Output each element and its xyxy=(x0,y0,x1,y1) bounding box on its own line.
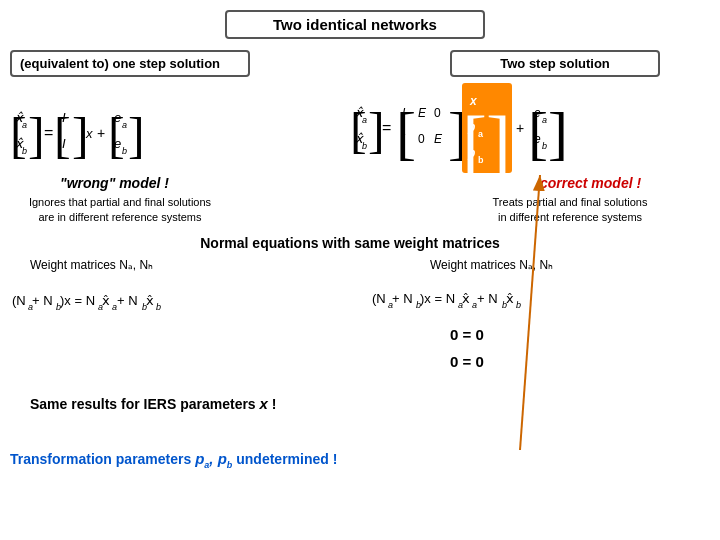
weight-right: Weight matrices Nₐ, Nₕ xyxy=(430,258,553,272)
transform-params-label: Transformation parameters pa, pb undeter… xyxy=(10,450,337,470)
svg-text:(N: (N xyxy=(372,291,386,306)
svg-text:b: b xyxy=(516,300,521,310)
normal-eq-title: Normal equations with same weight matric… xyxy=(160,235,540,251)
svg-text:+ N: + N xyxy=(117,293,138,308)
svg-text:[: [ xyxy=(528,100,548,166)
svg-text:0: 0 xyxy=(418,132,425,146)
svg-text:+ N: + N xyxy=(477,291,498,306)
left-label-box: (equivalent to) one step solution xyxy=(10,50,250,77)
svg-text:[: [ xyxy=(462,100,487,183)
left-label-text: (equivalent to) one step solution xyxy=(20,56,220,71)
title-box: Two identical networks xyxy=(225,10,485,39)
svg-text:(N: (N xyxy=(12,293,26,308)
svg-text:b: b xyxy=(156,302,161,312)
right-math-area: x̂ a x̂ b [ ] = I E 0 I 0 E [ ] x p a p … xyxy=(350,75,710,185)
svg-text:+: + xyxy=(97,125,105,141)
right-label-text: Two step solution xyxy=(500,56,610,71)
svg-text:[: [ xyxy=(108,107,125,163)
svg-text:x̂: x̂ xyxy=(146,293,154,308)
svg-text:E: E xyxy=(434,132,443,146)
right-equation: (N a + N b )x = N a x̂ a + N b x̂ b 0 = … xyxy=(370,275,710,365)
svg-text:+: + xyxy=(516,120,524,136)
svg-text:)x = N: )x = N xyxy=(60,293,95,308)
same-results-label: Same results for IERS parameters x ! xyxy=(30,395,276,412)
svg-text:]: ] xyxy=(548,100,568,166)
svg-text:+ N: + N xyxy=(32,293,53,308)
svg-text:=: = xyxy=(382,119,391,136)
svg-text:]: ] xyxy=(28,107,45,163)
svg-text:=: = xyxy=(44,124,53,141)
wrong-model-desc: Ignores that partial and final solutions… xyxy=(10,195,230,226)
weight-left: Weight matrices Nₐ, Nₕ xyxy=(30,258,153,272)
svg-text:0: 0 xyxy=(434,106,441,120)
title-text: Two identical networks xyxy=(273,16,437,33)
svg-text:E: E xyxy=(418,106,427,120)
svg-text:[: [ xyxy=(54,107,71,163)
svg-text:x: x xyxy=(85,126,93,141)
correct-model-label: correct model ! xyxy=(540,175,641,191)
svg-text:+ N: + N xyxy=(392,291,413,306)
svg-text:x̂: x̂ xyxy=(102,293,110,308)
svg-text:[: [ xyxy=(10,107,27,163)
left-equation: (N a + N b )x = N a x̂ a + N b x̂ b xyxy=(10,275,340,335)
svg-text:)x = N: )x = N xyxy=(420,291,455,306)
wrong-model-label: "wrong" model ! xyxy=(60,175,169,191)
svg-text:]: ] xyxy=(486,100,511,183)
right-label-box: Two step solution xyxy=(450,50,660,77)
svg-text:x̂: x̂ xyxy=(462,291,470,306)
left-math-area: x̂ a x̂ b [ ] = I I [ ] x + e a e b [ ] xyxy=(10,90,340,180)
svg-text:0 = 0: 0 = 0 xyxy=(450,353,484,370)
svg-text:[: [ xyxy=(350,102,367,158)
svg-text:0 = 0: 0 = 0 xyxy=(450,326,484,343)
svg-text:[: [ xyxy=(396,100,416,166)
svg-text:]: ] xyxy=(128,107,145,163)
svg-text:x̂: x̂ xyxy=(506,291,514,306)
correct-model-desc: Treats partial and final solutions in di… xyxy=(450,195,690,226)
